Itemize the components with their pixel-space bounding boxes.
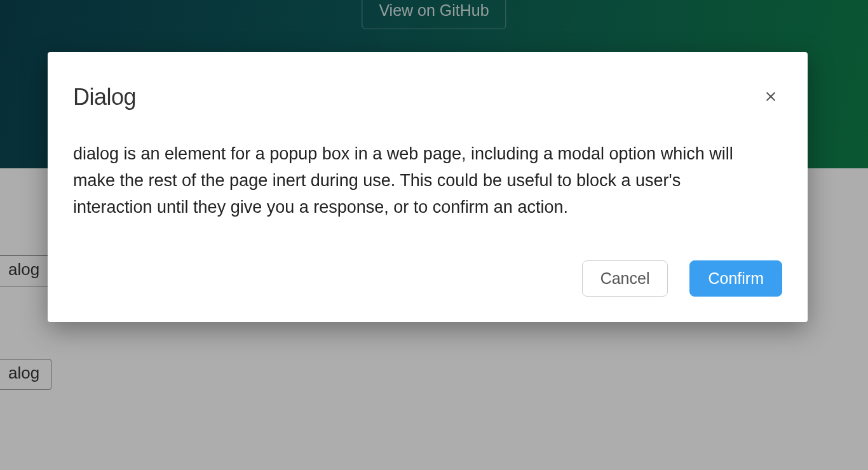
cancel-button[interactable]: Cancel (582, 260, 668, 297)
close-icon (764, 95, 777, 105)
dialog-body-text: dialog is an element for a popup box in … (73, 141, 740, 221)
dialog: Dialog dialog is an element for a popup … (48, 52, 808, 322)
dialog-header: Dialog (73, 84, 782, 111)
confirm-button[interactable]: Confirm (689, 260, 782, 297)
dialog-footer: Cancel Confirm (73, 260, 782, 297)
close-button[interactable] (762, 88, 780, 105)
dialog-title: Dialog (73, 84, 136, 111)
